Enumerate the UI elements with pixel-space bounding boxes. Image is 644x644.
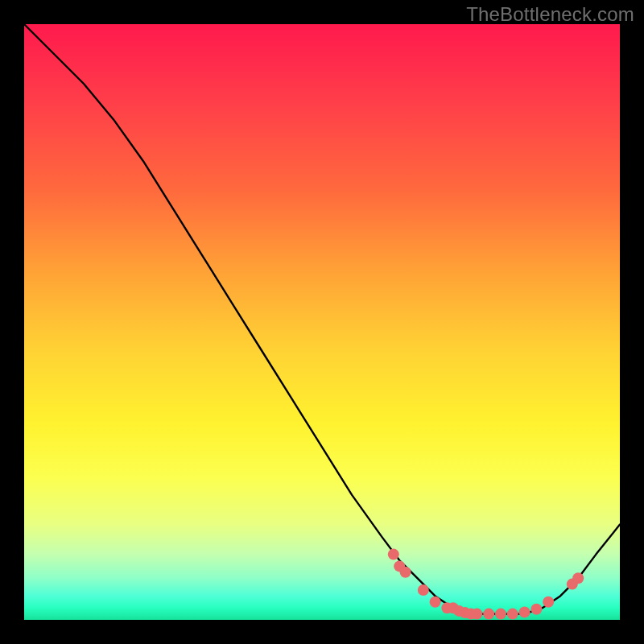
marker-dot	[418, 584, 429, 596]
bottleneck-curve	[24, 24, 620, 614]
marker-dot	[495, 609, 506, 620]
marker-dot	[430, 597, 441, 608]
marker-dot	[483, 609, 494, 620]
marker-dot	[507, 609, 518, 620]
marker-dots	[388, 549, 584, 620]
curve-layer	[24, 24, 620, 620]
marker-dot	[572, 572, 584, 584]
marker-dot	[543, 597, 554, 608]
marker-dot	[471, 609, 482, 620]
marker-dot	[530, 604, 542, 615]
watermark-text: TheBottleneck.com	[466, 3, 634, 26]
chart-stage: TheBottleneck.com	[0, 0, 644, 644]
marker-dot	[388, 549, 399, 560]
plot-area	[24, 24, 620, 620]
marker-dot	[400, 567, 411, 578]
marker-dot	[519, 606, 530, 617]
